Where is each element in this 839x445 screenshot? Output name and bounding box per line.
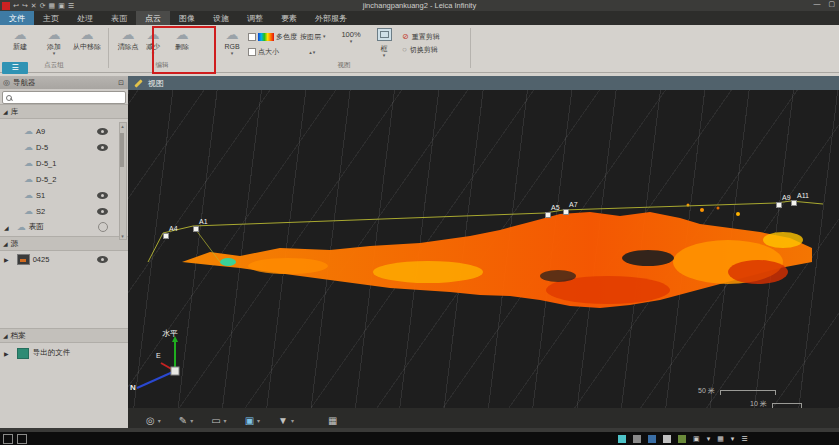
search-input[interactable] (12, 93, 125, 102)
tree-item-s1[interactable]: ☁ S1 (0, 188, 120, 202)
expand-icon[interactable]: ◢ (3, 240, 8, 247)
new-pointcloud-group-button[interactable]: ☁ 新建 (4, 27, 36, 51)
pointcloud-icon: ☁ (24, 206, 33, 216)
viewport-3d[interactable]: A4 A1 A5 A7 A9 A11 水平 E N 50 米 10 米 (128, 90, 839, 408)
multichroma-checkbox[interactable] (248, 33, 256, 41)
zoom-level-dropdown[interactable]: 100% ▾ (336, 31, 366, 44)
tab-processing[interactable]: 处理 (68, 11, 102, 25)
tab-imaging[interactable]: 图像 (170, 11, 204, 25)
navigator-search[interactable] (2, 91, 126, 104)
visibility-eye-icon[interactable] (97, 256, 108, 263)
pointcloud-icon: ☁ (24, 126, 33, 136)
tree-item-0425[interactable]: ▶ 0425 (0, 252, 120, 266)
collapsed-icon[interactable]: ▶ (4, 256, 9, 263)
tree-scrollbar[interactable]: ▴ ▾ (119, 122, 127, 240)
expand-icon[interactable]: ◢ (3, 108, 8, 115)
visibility-eye-icon[interactable] (97, 144, 108, 151)
navigator-title: 导航器 (13, 78, 36, 88)
tab-infrastructure[interactable]: 设施 (204, 11, 238, 25)
expand-icon[interactable]: ◢ (3, 332, 8, 339)
orbit-tool-button[interactable]: ◎ ▾ (146, 415, 161, 426)
tray-icons: ▣ ▾ ▦ ▾ ☰ (618, 435, 748, 443)
axes-gizmo (137, 336, 179, 388)
visibility-eye-icon[interactable] (97, 192, 108, 199)
tree-item-d5[interactable]: ☁ D-5 (0, 140, 120, 154)
reset-clip-button[interactable]: 重置剪辑 (412, 32, 440, 42)
pencil-icon: ✎ (179, 415, 187, 426)
tree-item-exported-files[interactable]: ▶ 导出的文件 (0, 346, 120, 360)
rgb-colorize-button[interactable]: ☁ RGB ▾ (218, 27, 246, 56)
box-select-icon: ▭ (211, 415, 220, 426)
point-size-label: 点大小 (258, 47, 279, 57)
tree-item-d5-2[interactable]: ☁ D-5_2 (0, 172, 120, 186)
tray-icon[interactable] (618, 435, 626, 443)
edit-tool-button[interactable]: ✎ ▾ (179, 415, 193, 426)
selection-tool-button[interactable]: ▭ ▾ (211, 415, 226, 426)
panel-toggle-button[interactable]: ☰ (2, 62, 28, 74)
point-size-checkbox[interactable] (248, 48, 256, 56)
navigator-icon: ◎ (3, 78, 10, 87)
pointcloud-render (128, 90, 839, 408)
axis-east-label: E (156, 352, 161, 359)
navigator-header: ◎ 导航器 ⊡ (0, 76, 128, 89)
search-icon (6, 95, 12, 101)
tab-adjustments[interactable]: 调整 (238, 11, 272, 25)
tray-icon[interactable] (648, 435, 656, 443)
clip-controls: ⊘ 重置剪辑 ○ 切换剪辑 (402, 31, 440, 55)
tree-item-surfaces[interactable]: ◢ ☁ 表面 (0, 220, 120, 234)
visibility-eye-icon[interactable] (97, 208, 108, 215)
status-bar: ▣ ▾ ▦ ▾ ☰ (0, 432, 839, 445)
pin-icon[interactable]: ⊡ (118, 79, 124, 87)
point-size-stepper[interactable]: ▴▾ (309, 49, 316, 55)
add-to-group-button[interactable]: ☁ 添加 ▾ (38, 27, 70, 56)
tray-glyph-icon[interactable]: ☰ (741, 435, 747, 443)
view-mode-button[interactable]: ▣ ▾ (245, 415, 260, 426)
section-source[interactable]: ◢ 源 (0, 236, 128, 251)
maximize-button[interactable]: ▢ (828, 0, 835, 8)
section-library[interactable]: ◢ 库 (0, 104, 128, 119)
scalebar-50m-label: 50 米 (698, 386, 715, 396)
tray-glyph-icon[interactable]: ▦ (717, 435, 724, 443)
pointcloud-icon: ☁ (24, 174, 33, 184)
taskbar-icon[interactable] (3, 434, 13, 444)
pointcloud-icon: ☁ (24, 142, 33, 152)
tray-glyph-icon[interactable]: ▾ (731, 435, 735, 443)
funnel-icon: ▼ (278, 415, 288, 426)
ribbon-separator (470, 28, 471, 68)
reset-clip-icon: ⊘ (402, 32, 409, 41)
tray-icon[interactable] (663, 435, 671, 443)
tab-pointcloud[interactable]: 点云 (136, 11, 170, 25)
window-title: jinchangpankuang2 - Leica Infinity (0, 1, 839, 10)
by-layer-dropdown[interactable]: 按图层 (300, 32, 321, 42)
tab-surfaces[interactable]: 表面 (102, 11, 136, 25)
tree-item-s2[interactable]: ☁ S2 (0, 204, 120, 218)
grid-toggle-button[interactable]: ▦ (328, 415, 337, 426)
tray-icon[interactable] (633, 435, 641, 443)
clip-box-button[interactable]: 框 ▾ (372, 27, 396, 58)
tray-glyph-icon[interactable]: ▾ (707, 435, 711, 443)
tab-file[interactable]: 文件 (0, 11, 34, 25)
color-mode-controls: 多色度 点大小 (248, 31, 297, 57)
exported-files-icon (17, 348, 29, 359)
surface-icon: ☁ (17, 222, 26, 232)
section-archive[interactable]: ◢ 档案 (0, 328, 128, 343)
visibility-eye-icon[interactable] (97, 128, 108, 135)
cube-icon (377, 28, 392, 41)
tab-features[interactable]: 要素 (272, 11, 306, 25)
scalebar-50m (720, 390, 776, 391)
tab-home[interactable]: 主页 (34, 11, 68, 25)
grid-icon: ▦ (328, 415, 337, 426)
taskbar-icon[interactable] (17, 434, 27, 444)
minimize-button[interactable]: — (813, 0, 820, 8)
gradient-icon (258, 33, 274, 41)
tab-external-services[interactable]: 外部服务 (306, 11, 356, 25)
filter-tool-button[interactable]: ▼ ▾ (278, 415, 294, 426)
tray-glyph-icon[interactable]: ▣ (693, 435, 700, 443)
expand-icon[interactable]: ◢ (4, 224, 9, 231)
toggle-clip-button[interactable]: 切换剪辑 (410, 45, 438, 55)
collapsed-icon[interactable]: ▶ (4, 350, 9, 357)
tree-item-a9[interactable]: ☁ A9 (0, 124, 120, 138)
tray-icon[interactable] (678, 435, 686, 443)
tree-item-d5-1[interactable]: ☁ D-5_1 (0, 156, 120, 170)
remove-from-group-button[interactable]: ☁ 从中移除 (68, 27, 106, 51)
